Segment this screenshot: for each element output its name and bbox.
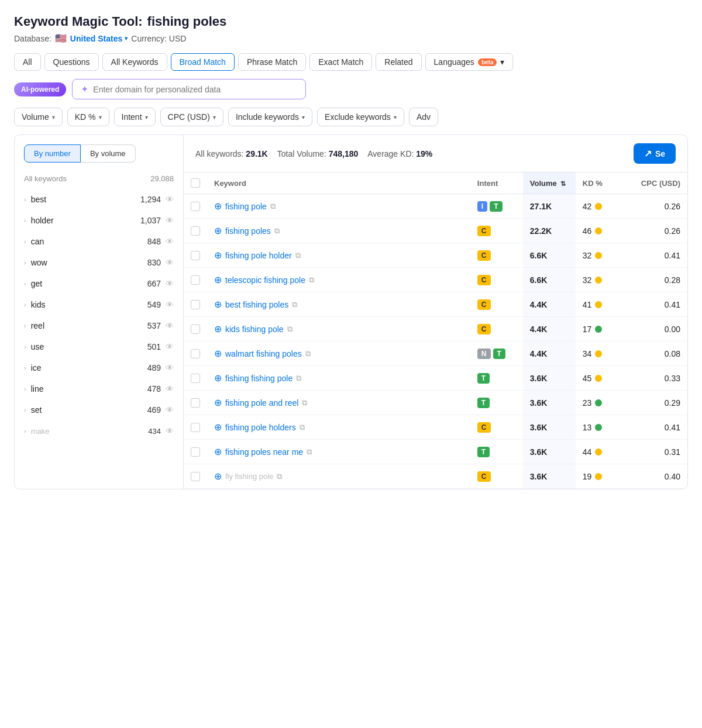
keyword-link[interactable]: ⊕ best fishing poles ⧉: [214, 299, 463, 310]
add-icon[interactable]: ⊕: [214, 299, 222, 310]
list-item[interactable]: › reel 537 👁: [15, 315, 183, 336]
tab-all[interactable]: All: [14, 53, 41, 71]
list-item[interactable]: › wow 830 👁: [15, 252, 183, 273]
clip-icon[interactable]: ⧉: [295, 251, 301, 260]
eye-icon[interactable]: 👁: [166, 342, 174, 351]
filter-cpc[interactable]: CPC (USD) ▾: [160, 108, 223, 126]
list-item[interactable]: › kids 549 👁: [15, 294, 183, 315]
keyword-link[interactable]: ⊕ fishing pole ⧉: [214, 201, 463, 212]
list-item[interactable]: › ice 489 👁: [15, 357, 183, 378]
clip-icon[interactable]: ⧉: [277, 472, 282, 481]
row-checkbox[interactable]: [191, 398, 200, 408]
list-item[interactable]: › get 667 👁: [15, 273, 183, 294]
list-item[interactable]: › line 478 👁: [15, 378, 183, 399]
eye-icon[interactable]: 👁: [166, 321, 174, 330]
clip-icon[interactable]: ⧉: [270, 202, 276, 211]
list-item[interactable]: › best 1,294 👁: [15, 189, 183, 210]
list-item[interactable]: › make 434 👁: [15, 420, 183, 441]
keyword-link[interactable]: ⊕ walmart fishing poles ⧉: [214, 348, 463, 359]
clip-icon[interactable]: ⧉: [287, 325, 292, 334]
keyword-link[interactable]: ⊕ fishing fishing pole ⧉: [214, 372, 463, 384]
add-icon[interactable]: ⊕: [214, 446, 222, 457]
keyword-link[interactable]: ⊕ fishing pole holders ⧉: [214, 422, 463, 433]
add-icon[interactable]: ⊕: [214, 274, 222, 285]
tab-exact-match[interactable]: Exact Match: [309, 53, 372, 71]
list-item[interactable]: › set 469 👁: [15, 399, 183, 420]
tab-related[interactable]: Related: [376, 53, 421, 71]
sidebar-keyword: best: [31, 195, 136, 204]
list-item[interactable]: › can 848 👁: [15, 231, 183, 252]
row-checkbox[interactable]: [191, 226, 200, 236]
eye-icon[interactable]: 👁: [166, 300, 174, 309]
clip-icon[interactable]: ⧉: [292, 300, 297, 309]
filter-advanced[interactable]: Adv: [409, 108, 438, 126]
row-checkbox[interactable]: [191, 472, 200, 481]
eye-icon[interactable]: 👁: [166, 237, 174, 246]
row-checkbox[interactable]: [191, 300, 200, 309]
add-icon[interactable]: ⊕: [214, 323, 222, 334]
row-checkbox[interactable]: [191, 202, 200, 211]
keyword-link[interactable]: ⊕ fishing pole holder ⧉: [214, 250, 463, 261]
clip-icon[interactable]: ⧉: [305, 349, 311, 358]
list-item[interactable]: › use 501 👁: [15, 336, 183, 357]
row-checkbox[interactable]: [191, 447, 200, 457]
clip-icon[interactable]: ⧉: [300, 423, 305, 432]
tab-all-keywords[interactable]: All Keywords: [102, 53, 167, 71]
share-button[interactable]: ↗ Se: [634, 143, 676, 164]
add-icon[interactable]: ⊕: [214, 225, 222, 236]
row-checkbox[interactable]: [191, 325, 200, 334]
clip-icon[interactable]: ⧉: [309, 275, 314, 285]
flag-icon: 🇺🇸: [55, 33, 67, 44]
keyword-link[interactable]: ⊕ fly fishing pole ⧉: [214, 471, 463, 482]
col-volume[interactable]: Volume ⇅: [523, 172, 576, 194]
filter-intent[interactable]: Intent ▾: [114, 108, 156, 126]
keyword-link[interactable]: ⊕ fishing poles near me ⧉: [214, 446, 463, 457]
add-icon[interactable]: ⊕: [214, 201, 222, 212]
tab-questions[interactable]: Questions: [44, 53, 99, 71]
filter-exclude-keywords[interactable]: Exclude keywords ▾: [317, 108, 404, 126]
clip-icon[interactable]: ⧉: [274, 226, 280, 236]
kd-dot: [595, 301, 602, 308]
filter-kd[interactable]: KD % ▾: [67, 108, 109, 126]
sort-by-number-button[interactable]: By number: [24, 144, 81, 163]
eye-icon[interactable]: 👁: [166, 195, 174, 204]
domain-input-wrap[interactable]: ✦: [72, 79, 306, 99]
db-link[interactable]: United States ▾: [70, 34, 128, 43]
add-icon[interactable]: ⊕: [214, 250, 222, 261]
tab-languages[interactable]: Languages beta ▾: [425, 53, 514, 71]
eye-icon[interactable]: 👁: [166, 405, 174, 415]
row-checkbox[interactable]: [191, 423, 200, 432]
keyword-link[interactable]: ⊕ fishing pole and reel ⧉: [214, 397, 463, 408]
add-icon[interactable]: ⊕: [214, 471, 222, 482]
cpc-cell: 0.28: [634, 268, 687, 292]
eye-icon[interactable]: 👁: [166, 384, 174, 394]
eye-icon[interactable]: 👁: [166, 426, 174, 436]
keyword-link[interactable]: ⊕ fishing poles ⧉: [214, 225, 463, 236]
eye-icon[interactable]: 👁: [166, 258, 174, 267]
domain-input[interactable]: [93, 85, 297, 94]
filter-volume[interactable]: Volume ▾: [14, 108, 63, 126]
sort-by-volume-button[interactable]: By volume: [81, 144, 136, 163]
tab-broad-match[interactable]: Broad Match: [171, 53, 235, 71]
clip-icon[interactable]: ⧉: [302, 398, 307, 408]
row-checkbox[interactable]: [191, 251, 200, 260]
row-checkbox[interactable]: [191, 275, 200, 285]
row-checkbox[interactable]: [191, 349, 200, 358]
clip-icon[interactable]: ⧉: [296, 374, 301, 383]
tab-phrase-match[interactable]: Phrase Match: [238, 53, 306, 71]
clip-icon[interactable]: ⧉: [307, 447, 312, 457]
chevron-down-icon[interactable]: ▾: [125, 35, 128, 42]
eye-icon[interactable]: 👁: [166, 279, 174, 288]
keyword-link[interactable]: ⊕ telescopic fishing pole ⧉: [214, 274, 463, 285]
select-all-checkbox[interactable]: [191, 178, 200, 188]
add-icon[interactable]: ⊕: [214, 422, 222, 433]
keyword-link[interactable]: ⊕ kids fishing pole ⧉: [214, 323, 463, 334]
eye-icon[interactable]: 👁: [166, 216, 174, 225]
row-checkbox[interactable]: [191, 374, 200, 383]
add-icon[interactable]: ⊕: [214, 397, 222, 408]
add-icon[interactable]: ⊕: [214, 372, 222, 384]
add-icon[interactable]: ⊕: [214, 348, 222, 359]
eye-icon[interactable]: 👁: [166, 363, 174, 372]
list-item[interactable]: › holder 1,037 👁: [15, 210, 183, 231]
filter-include-keywords[interactable]: Include keywords ▾: [228, 108, 312, 126]
